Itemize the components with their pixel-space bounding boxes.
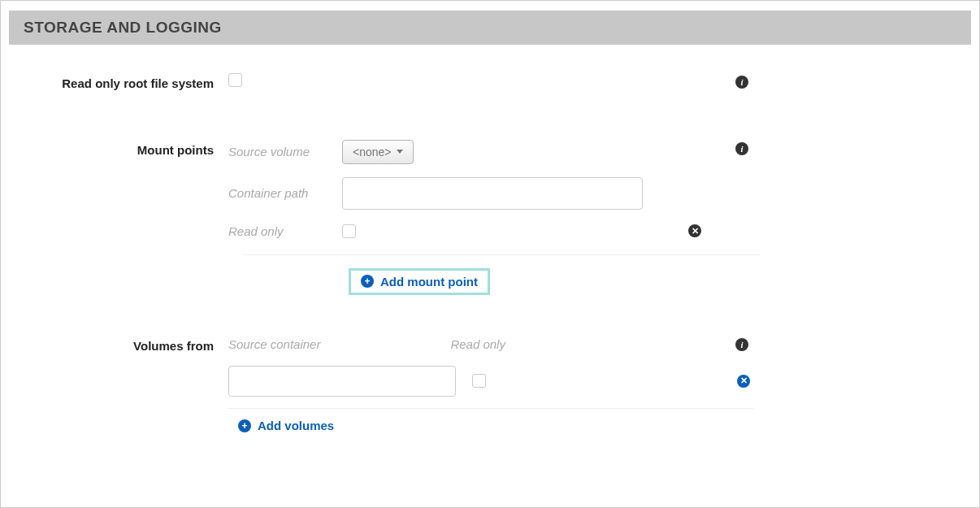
read-only-root-checkbox[interactable] [228, 73, 242, 87]
section-title: STORAGE AND LOGGING [24, 19, 222, 36]
read-only-root-label: Read only root file system [9, 73, 228, 93]
source-volume-value: <none> [353, 145, 392, 158]
remove-mount-icon[interactable]: ✕ [688, 224, 701, 237]
divider [228, 408, 753, 409]
info-icon[interactable]: i [735, 76, 748, 89]
source-container-input[interactable] [228, 366, 456, 397]
info-icon[interactable]: i [735, 142, 748, 155]
section-header: STORAGE AND LOGGING [9, 11, 971, 45]
source-volume-label: Source volume [228, 143, 342, 160]
plus-circle-icon: + [238, 419, 251, 432]
caret-down-icon [397, 150, 403, 154]
mount-points-label: Mount points [9, 140, 228, 159]
storage-logging-panel: STORAGE AND LOGGING Read only root file … [0, 0, 980, 508]
add-mount-point-label: Add mount point [380, 275, 478, 289]
mount-read-only-checkbox[interactable] [342, 224, 356, 238]
source-volume-dropdown[interactable]: <none> [342, 140, 414, 164]
add-mount-point-button[interactable]: + Add mount point [349, 268, 490, 295]
container-path-input[interactable] [342, 177, 643, 210]
plus-circle-icon: + [361, 275, 374, 288]
mount-read-only-label: Read only [228, 223, 342, 240]
add-volumes-button[interactable]: + Add volumes [238, 419, 334, 432]
add-volumes-label: Add volumes [258, 419, 334, 432]
divider [243, 254, 760, 255]
source-container-label: Source container [228, 336, 320, 353]
volumes-from-label: Volumes from [9, 336, 228, 355]
vol-read-only-label: Read only [450, 336, 505, 353]
vol-read-only-checkbox[interactable] [472, 374, 486, 388]
container-path-label: Container path [228, 185, 342, 202]
remove-volume-icon[interactable]: ✕ [737, 375, 750, 388]
info-icon[interactable]: i [735, 338, 748, 351]
